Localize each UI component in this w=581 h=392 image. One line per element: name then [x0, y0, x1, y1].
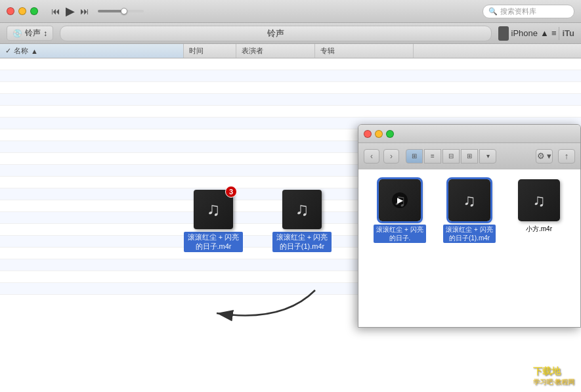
- finder-gear-button[interactable]: ⚙ ▾: [536, 149, 553, 163]
- finder-file-label-3: 小方.m4r: [526, 225, 552, 233]
- col-header-name[interactable]: ✓ 名称 ▲: [0, 44, 184, 58]
- finder-icon-view-button[interactable]: ⊞: [406, 149, 423, 163]
- finder-file-1[interactable]: ♫ ▶ 滚滚红尘 + 闪亮的日子.: [368, 179, 431, 317]
- finder-music-icon-2: ♫: [448, 179, 490, 221]
- column-headers: ✓ 名称 ▲ 时间 表演者 专辑: [0, 44, 581, 58]
- file-label-2: 滚滚红尘 + 闪亮的日子(1).m4r: [272, 232, 332, 252]
- toolbar-row: 💿 铃声 ↕ 铃声 iPhone ▲ ≡ iTu: [0, 23, 581, 44]
- minimize-button[interactable]: [18, 7, 26, 15]
- ringtone-label: 铃声: [25, 28, 41, 39]
- music-file-1[interactable]: ♫ 3 滚滚红尘 + 闪亮的日子.m4r: [184, 190, 243, 252]
- title-bar: ⏮ ▶ ⏭ 🔍 搜索资料库: [0, 0, 581, 23]
- itunes-label: iTu: [562, 28, 574, 38]
- drag-arrow: [197, 277, 328, 330]
- watermark: 下载地 学习吧·教程网: [533, 366, 574, 387]
- finder-forward-button[interactable]: ›: [383, 149, 399, 163]
- finder-toolbar: ‹ › ⊞ ≡ ⊟ ⊞ ▾ ⚙ ▾ ↑: [358, 143, 580, 169]
- music-note-icon-5: ♫: [532, 190, 546, 211]
- volume-thumb[interactable]: [121, 8, 127, 14]
- finder-column-view-button[interactable]: ⊟: [442, 149, 460, 163]
- finder-close-button[interactable]: [364, 130, 372, 138]
- finder-share-button[interactable]: ↑: [558, 149, 575, 163]
- finder-minimize-button[interactable]: [375, 130, 383, 138]
- list-row: [0, 94, 581, 106]
- col-time-label: 时间: [189, 46, 204, 56]
- ringtone-arrow-icon: ↕: [43, 29, 47, 38]
- center-ringtone-label: 铃声: [60, 26, 492, 41]
- volume-slider[interactable]: [98, 10, 144, 12]
- finder-window-controls: [364, 130, 394, 138]
- finder-file-label-2: 滚滚红尘 + 闪亮的日子(1).m4r: [443, 225, 496, 243]
- list-row: [0, 106, 581, 118]
- play-button[interactable]: ▶: [66, 4, 75, 18]
- finder-extra-view-button[interactable]: ▾: [479, 149, 496, 163]
- finder-view-buttons: ⊞ ≡ ⊟ ⊞ ▾: [406, 149, 496, 163]
- music-note-icon-2: ♫: [295, 199, 309, 220]
- watermark-line2: 学习吧·教程网: [533, 378, 574, 387]
- list-row: [0, 58, 581, 70]
- window-controls: [7, 7, 38, 15]
- disk-icon: 💿: [12, 29, 22, 38]
- col-header-album[interactable]: 专辑: [315, 44, 414, 58]
- finder-file-3[interactable]: ♫ 小方.m4r: [507, 179, 570, 317]
- toolbar-divider: [559, 27, 559, 40]
- music-note-icon-4: ♫: [463, 190, 476, 211]
- iphone-indicator: iPhone ▲ ≡ iTu: [498, 26, 574, 41]
- finder-back-button[interactable]: ‹: [364, 149, 379, 163]
- col-header-artist[interactable]: 表演者: [236, 44, 315, 58]
- finder-content: ♫ ▶ 滚滚红尘 + 闪亮的日子. ♫ 滚滚红尘 + 闪亮的日子(1).m4r …: [358, 169, 580, 327]
- search-icon: 🔍: [488, 7, 498, 16]
- col-artist-label: 表演者: [242, 46, 263, 56]
- play-overlay-icon: ▶: [392, 192, 408, 208]
- finder-file-label-1: 滚滚红尘 + 闪亮的日子.: [374, 225, 426, 243]
- music-file-2[interactable]: ♫ 滚滚红尘 + 闪亮的日子(1).m4r: [272, 190, 332, 252]
- main-content: ♫ 3 滚滚红尘 + 闪亮的日子.m4r ♫ 滚滚红尘 + 闪亮的日子(1).m…: [0, 58, 581, 392]
- list-row: [0, 70, 581, 82]
- finder-file-2[interactable]: ♫ 滚滚红尘 + 闪亮的日子(1).m4r: [438, 179, 501, 317]
- finder-window: ‹ › ⊞ ≡ ⊟ ⊞ ▾ ⚙ ▾ ↑ ♫ ▶: [358, 124, 581, 328]
- iphone-label: iPhone: [511, 28, 538, 38]
- itunes-window: ⏮ ▶ ⏭ 🔍 搜索资料库 💿 铃声 ↕ 铃声 iPhone ▲ ≡ iTu: [0, 0, 581, 392]
- badge-count: 3: [225, 186, 237, 198]
- menu-icon[interactable]: ≡: [551, 28, 557, 38]
- list-row: [0, 82, 581, 94]
- watermark-line1: 下载地: [533, 366, 574, 378]
- transport-controls: ⏮ ▶ ⏭: [51, 4, 144, 18]
- iphone-icon: [498, 26, 509, 41]
- finder-music-icon-3: ♫: [518, 179, 560, 221]
- sort-arrow-icon: ▲: [31, 47, 38, 55]
- search-placeholder: 搜索资料库: [500, 7, 536, 16]
- col-album-label: 专辑: [320, 46, 335, 56]
- check-icon: ✓: [5, 47, 11, 55]
- finder-titlebar: [358, 125, 580, 143]
- finder-maximize-button[interactable]: [386, 130, 394, 138]
- finder-cover-view-button[interactable]: ⊞: [461, 149, 478, 163]
- music-icon-1: ♫ 3: [194, 190, 233, 229]
- ringtone-selector[interactable]: 💿 铃声 ↕: [7, 26, 53, 41]
- maximize-button[interactable]: [30, 7, 38, 15]
- search-bar[interactable]: 🔍 搜索资料库: [483, 5, 574, 18]
- file-label-1: 滚滚红尘 + 闪亮的日子.m4r: [184, 232, 243, 252]
- finder-music-icon-1: ♫ ▶: [379, 179, 421, 221]
- finder-list-view-button[interactable]: ≡: [424, 149, 441, 163]
- eject-icon: ▲: [540, 28, 549, 38]
- col-name-label: 名称: [14, 46, 28, 56]
- fastforward-button[interactable]: ⏭: [80, 6, 89, 16]
- rewind-button[interactable]: ⏮: [51, 6, 60, 16]
- close-button[interactable]: [7, 7, 14, 15]
- col-header-time[interactable]: 时间: [184, 44, 236, 58]
- music-note-icon: ♫: [207, 199, 221, 220]
- music-icon-2: ♫: [282, 190, 322, 229]
